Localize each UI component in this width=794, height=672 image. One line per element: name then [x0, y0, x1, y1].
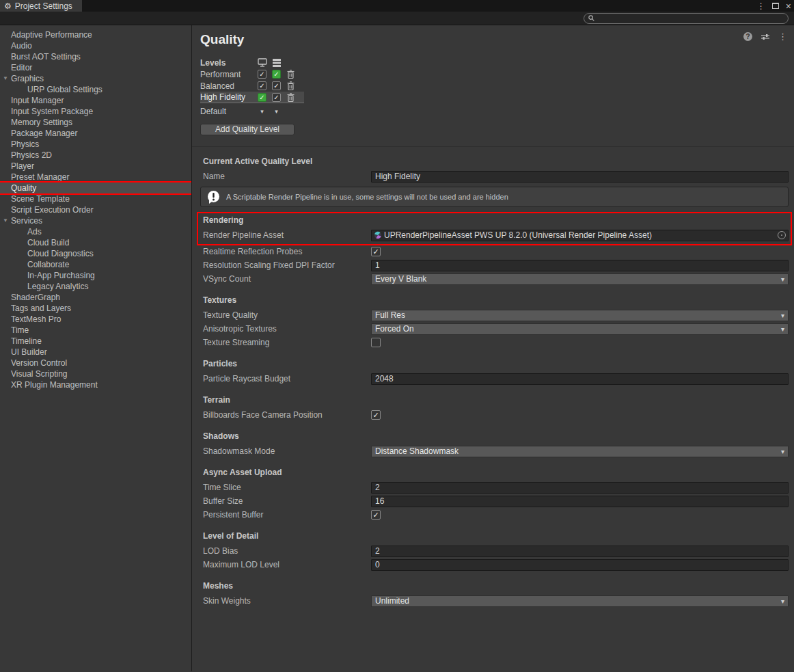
sidebar-item-in-app-purchasing[interactable]: In-App Purchasing [0, 270, 191, 281]
sidebar-item-tags-and-layers[interactable]: Tags and Layers [0, 303, 191, 314]
search-input[interactable] [597, 14, 784, 23]
quality-level-row-performant[interactable]: Performant ✓ ✓ [200, 68, 304, 80]
sidebar-item-memory-settings[interactable]: Memory Settings [0, 117, 191, 128]
vsync-count-dropdown[interactable]: Every V Blank▾ [371, 273, 789, 285]
texture-streaming-checkbox[interactable] [371, 338, 381, 347]
trash-icon[interactable] [287, 70, 295, 79]
platform-checkbox[interactable]: ✓ [272, 81, 281, 90]
quality-level-row-high-fidelity[interactable]: High Fidelity ✓ ✓ [200, 92, 304, 103]
field-label: LOD Bias [200, 546, 371, 556]
server-platform-icon [272, 58, 282, 67]
sidebar-item-adaptive-performance[interactable]: Adaptive Performance [0, 29, 191, 40]
level-name[interactable]: High Fidelity [200, 92, 255, 102]
chevron-down-icon: ▾ [781, 448, 784, 455]
sidebar-item-cloud-diagnostics[interactable]: Cloud Diagnostics [0, 248, 191, 259]
sidebar-item-player[interactable]: Player [0, 161, 191, 172]
trash-icon[interactable] [287, 93, 295, 102]
field-label: Name [200, 172, 371, 181]
platform-default-checkbox[interactable]: ✓ [258, 93, 266, 102]
quality-settings-panel: ? ⋮ Quality Levels Performant ✓ ✓ [192, 25, 794, 671]
sidebar-item-ui-builder[interactable]: UI Builder [0, 347, 191, 358]
field-row-lod-bias: LOD Bias [200, 544, 789, 558]
presets-icon[interactable] [761, 33, 770, 41]
close-icon[interactable]: × [786, 1, 791, 11]
field-label: Resolution Scaling Fixed DPI Factor [200, 260, 371, 270]
platform-checkbox[interactable]: ✓ [258, 70, 266, 79]
sidebar-item-shadergraph[interactable]: ShaderGraph [0, 292, 191, 303]
sidebar-item-quality[interactable]: Quality [0, 183, 191, 193]
sidebar-item-version-control[interactable]: Version Control [0, 358, 191, 368]
sidebar-item-physics[interactable]: Physics [0, 139, 191, 150]
fold-arrow-icon[interactable]: ▼ [2, 215, 9, 226]
field-label: Realtime Reflection Probes [200, 247, 371, 256]
dropdown-value: Unlimited [375, 596, 781, 606]
platform-default-checkbox[interactable]: ✓ [272, 70, 281, 79]
sidebar-item-package-manager[interactable]: Package Manager [0, 128, 191, 139]
sidebar-item-legacy-analytics[interactable]: Legacy Analytics [0, 281, 191, 292]
sidebar-item-xr-plugin-management[interactable]: XR Plugin Management [0, 379, 191, 390]
sidebar-item-timeline[interactable]: Timeline [0, 336, 191, 347]
sidebar-item-cloud-build[interactable]: Cloud Build [0, 237, 191, 248]
search-box[interactable] [584, 13, 789, 24]
sidebar-item-time[interactable]: Time [0, 325, 191, 336]
level-name[interactable]: Balanced [200, 81, 255, 91]
quality-name-input[interactable] [371, 171, 789, 183]
sidebar-item-audio[interactable]: Audio [0, 40, 191, 51]
texture-quality-dropdown[interactable]: Full Res▾ [371, 310, 789, 321]
resolution-scaling-input[interactable] [371, 260, 789, 271]
dropdown-value: Distance Shadowmask [375, 446, 781, 456]
field-row-texture-quality: Texture Quality Full Res▾ [200, 308, 789, 322]
sidebar-item-visual-scripting[interactable]: Visual Scripting [0, 368, 191, 379]
quality-level-row-balanced[interactable]: Balanced ✓ ✓ [200, 80, 304, 92]
particle-raycast-budget-input[interactable] [371, 373, 789, 385]
maximize-icon[interactable] [772, 3, 779, 9]
sidebar-item-script-execution-order[interactable]: Script Execution Order [0, 204, 191, 215]
chevron-down-icon: ▾ [781, 597, 784, 605]
trash-icon[interactable] [287, 81, 295, 90]
sidebar-item-textmesh-pro[interactable]: TextMesh Pro [0, 314, 191, 325]
sidebar-item-input-system-package[interactable]: Input System Package [0, 106, 191, 117]
persistent-buffer-checkbox[interactable]: ✓ [371, 510, 381, 520]
fold-arrow-icon[interactable]: ▼ [2, 73, 9, 84]
sidebar-item-ads[interactable]: Ads [0, 226, 191, 237]
search-icon [588, 15, 594, 21]
field-label: Anisotropic Textures [200, 324, 371, 334]
shadowmask-mode-dropdown[interactable]: Distance Shadowmask▾ [371, 446, 789, 457]
sidebar-item-input-manager[interactable]: Input Manager [0, 95, 191, 106]
anisotropic-textures-dropdown[interactable]: Forced On▾ [371, 323, 789, 335]
skin-weights-dropdown[interactable]: Unlimited▾ [371, 595, 789, 607]
window-menu-icon[interactable]: ⋮ [757, 1, 765, 11]
chevron-down-icon[interactable]: ▾ [275, 108, 278, 115]
object-picker-icon[interactable] [778, 231, 786, 239]
render-pipeline-asset-field[interactable]: UPRenderPipelineAsset PWS UP 8.2.0 (Univ… [371, 230, 789, 241]
realtime-reflection-probes-checkbox[interactable]: ✓ [371, 247, 381, 256]
sidebar-item-urp-global-settings[interactable]: URP Global Settings [0, 84, 191, 95]
sidebar-item-editor[interactable]: Editor [0, 62, 191, 73]
lod-bias-input[interactable] [371, 546, 789, 557]
sidebar-item-physics-2d[interactable]: Physics 2D [0, 150, 191, 161]
platform-checkbox[interactable]: ✓ [258, 81, 266, 90]
field-row-render-pipeline-asset: Render Pipeline Asset UPRenderPipelineAs… [200, 228, 789, 242]
time-slice-input[interactable] [371, 482, 789, 494]
sidebar-item-burst-aot-settings[interactable]: Burst AOT Settings [0, 51, 191, 62]
level-name[interactable]: Performant [200, 70, 255, 79]
project-settings-tab[interactable]: ⚙ Project Settings [0, 0, 82, 12]
field-label: Persistent Buffer [200, 510, 371, 520]
panel-menu-icon[interactable]: ⋮ [778, 32, 787, 41]
chevron-down-icon[interactable]: ▾ [260, 108, 264, 115]
sidebar-item-services[interactable]: ▼Services [0, 215, 191, 226]
sidebar-item-graphics[interactable]: ▼Graphics [0, 73, 191, 84]
field-label: Particle Raycast Budget [200, 374, 371, 384]
buffer-size-input[interactable] [371, 496, 789, 507]
maximum-lod-level-input[interactable] [371, 559, 789, 571]
billboards-face-camera-checkbox[interactable]: ✓ [371, 410, 381, 420]
sidebar-item-preset-manager[interactable]: Preset Manager [0, 172, 191, 183]
divider [192, 146, 794, 147]
sidebar-item-scene-template[interactable]: Scene Template [0, 193, 191, 204]
sidebar-item-label: Graphics [11, 74, 44, 83]
help-icon[interactable]: ? [743, 32, 752, 41]
platform-checkbox[interactable]: ✓ [272, 93, 281, 102]
add-quality-level-button[interactable]: Add Quality Level [200, 124, 295, 135]
section-header-rendering: Rendering [203, 215, 789, 225]
sidebar-item-collaborate[interactable]: Collaborate [0, 259, 191, 270]
